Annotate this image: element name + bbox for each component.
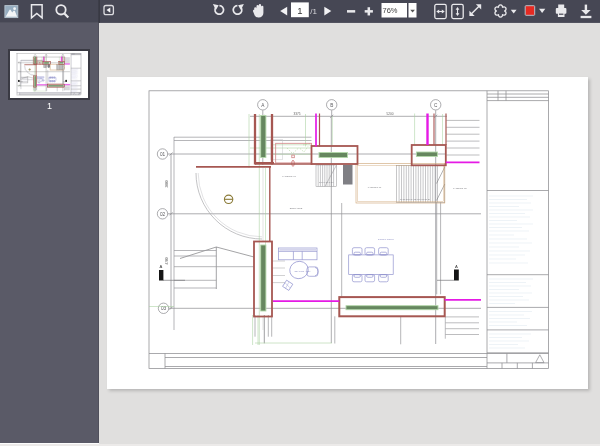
svg-text:1 2 3 4 5 6 7 8 9: 1 2 3 4 5 6 7 8 9 <box>319 181 334 183</box>
svg-text:10 11 12 13 14 15 16 17 18 19: 10 11 12 13 14 15 16 17 18 19 20 <box>400 198 431 200</box>
svg-text:/1: /1 <box>310 7 317 16</box>
svg-text:1: 1 <box>297 5 302 16</box>
svg-text:ENTRANCE: ENTRANCE <box>290 207 303 209</box>
svg-text:A: A <box>455 264 458 269</box>
svg-text:SEATING AREA: SEATING AREA <box>294 270 311 272</box>
svg-text:5200: 5200 <box>386 112 393 116</box>
svg-text:LANDING 02: LANDING 02 <box>453 187 467 189</box>
svg-text:B: B <box>330 103 333 108</box>
svg-text:A: A <box>160 264 163 269</box>
svg-text:C: C <box>434 103 438 108</box>
svg-text:LANDING 01: LANDING 01 <box>368 186 382 188</box>
svg-text:76%: 76% <box>382 6 397 15</box>
svg-text:DINING ROOM: DINING ROOM <box>378 238 394 240</box>
svg-text:01: 01 <box>160 152 166 157</box>
svg-text:02: 02 <box>160 212 166 217</box>
svg-text:LANDING 01: LANDING 01 <box>282 175 296 177</box>
svg-text:3375: 3375 <box>293 112 300 116</box>
svg-text:4700: 4700 <box>165 257 169 264</box>
svg-text:03: 03 <box>161 306 167 311</box>
svg-text:2000: 2000 <box>165 180 169 187</box>
